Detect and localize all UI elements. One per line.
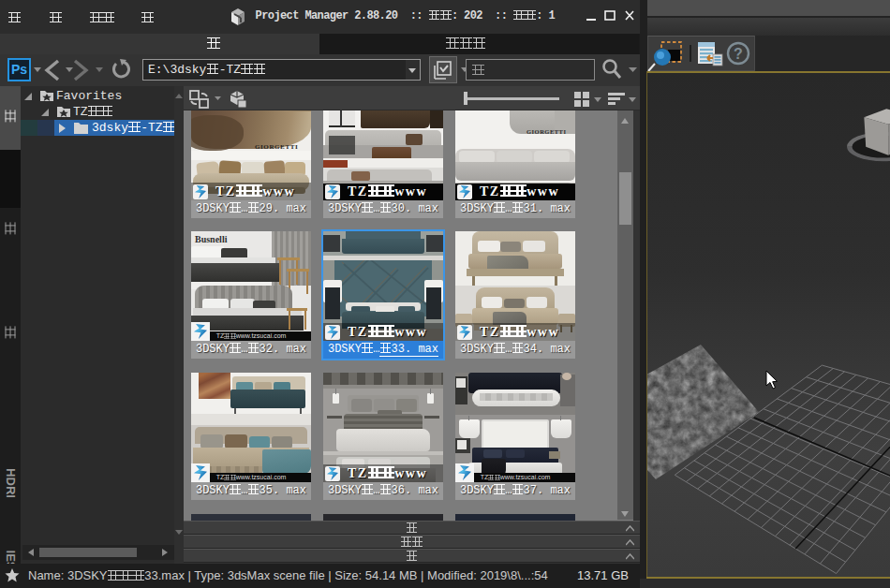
svg-text:?: ? xyxy=(734,46,743,62)
